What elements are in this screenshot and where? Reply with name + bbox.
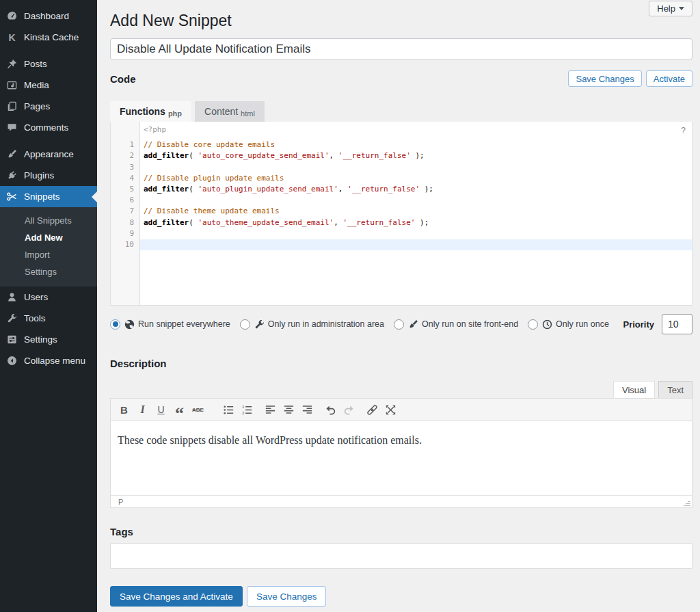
radio-run-everywhere[interactable] — [110, 319, 120, 330]
svg-text:1: 1 — [242, 403, 245, 408]
user-icon — [6, 291, 18, 303]
radio-run-once[interactable] — [528, 319, 538, 330]
radio-admin-area[interactable] — [240, 319, 250, 330]
brush-icon — [407, 319, 419, 330]
sidebar-item-collapse-menu[interactable]: Collapse menu — [0, 350, 97, 371]
sidebar-item-users[interactable]: Users — [0, 287, 97, 308]
admin-sidebar: Dashboard K Kinsta Cache Posts Media Pag… — [0, 0, 97, 612]
sidebar-item-label: Appearance — [24, 149, 74, 159]
snippet-title-input[interactable] — [110, 38, 692, 60]
scope-label: Run snippet everywhere — [138, 319, 230, 329]
caret-down-icon — [679, 7, 684, 10]
tab-sublabel: html — [241, 109, 255, 118]
brush-icon — [6, 148, 18, 160]
tab-sublabel: php — [168, 109, 182, 118]
sidebar-item-label: Collapse menu — [24, 356, 85, 366]
sidebar-item-comments[interactable]: Comments — [0, 117, 97, 138]
link-button[interactable] — [363, 401, 381, 418]
pages-icon — [6, 101, 18, 112]
align-center-button[interactable] — [280, 401, 298, 418]
save-changes-button-bottom[interactable]: Save Changes — [247, 586, 327, 607]
bold-button[interactable]: B — [115, 401, 133, 418]
submenu-import[interactable]: Import — [0, 246, 97, 263]
blockquote-button[interactable]: “ — [170, 401, 189, 418]
radio-front-end[interactable] — [394, 319, 404, 330]
comment-icon — [6, 122, 18, 133]
scope-options: Run snippet everywhere Only run in admin… — [110, 314, 692, 334]
code-lines: <?php1// Disable core update emails2add_… — [111, 122, 692, 250]
pushpin-icon — [6, 58, 18, 70]
scope-front-end[interactable]: Only run on site front-end — [394, 319, 518, 330]
clock-icon — [541, 319, 553, 330]
tags-input[interactable] — [110, 543, 692, 569]
submenu-all-snippets[interactable]: All Snippets — [0, 212, 97, 229]
strikethrough-button[interactable]: ABE — [189, 401, 207, 418]
tab-label: Functions — [120, 106, 165, 117]
sidebar-item-settings[interactable]: Settings — [0, 329, 97, 350]
editor-toolbar: B I U “ ABE 12 — [111, 399, 692, 421]
scope-label: Only run once — [556, 319, 609, 329]
bullet-list-button[interactable] — [219, 401, 238, 418]
sidebar-item-kinsta-cache[interactable]: K Kinsta Cache — [0, 27, 97, 48]
sidebar-item-tools[interactable]: Tools — [0, 308, 97, 329]
sidebar-item-label: Media — [24, 80, 49, 90]
code-section-heading: Code — [110, 73, 136, 85]
scope-label: Only run in administration area — [268, 319, 384, 329]
sidebar-item-dashboard[interactable]: Dashboard — [0, 5, 97, 27]
help-button[interactable]: Help — [649, 1, 692, 16]
svg-text:2: 2 — [242, 410, 245, 415]
globe-icon — [124, 319, 135, 330]
sidebar-item-label: Comments — [24, 122, 68, 133]
tab-functions-php[interactable]: Functions php — [110, 101, 191, 122]
save-changes-activate-button[interactable]: Save Changes and Activate — [110, 586, 243, 607]
wrench-icon — [254, 319, 265, 330]
align-left-button[interactable] — [261, 401, 280, 418]
scope-label: Only run on site front-end — [422, 319, 518, 329]
description-text: These code snippets disable all WordPres… — [118, 434, 422, 446]
sidebar-item-plugins[interactable]: Plugins — [0, 165, 97, 186]
scissors-icon — [6, 191, 18, 202]
tab-label: Content — [204, 106, 238, 117]
numbered-list-button[interactable]: 12 — [238, 401, 256, 418]
save-changes-button-top[interactable]: Save Changes — [568, 70, 641, 87]
sidebar-item-label: Tools — [24, 313, 46, 323]
priority-label: Priority — [623, 319, 654, 330]
redo-button[interactable] — [340, 401, 358, 418]
description-content[interactable]: These code snippets disable all WordPres… — [111, 421, 692, 495]
code-editor[interactable]: <?php1// Disable core update emails2add_… — [110, 122, 692, 306]
sidebar-item-appearance[interactable]: Appearance — [0, 144, 97, 165]
editor-help-icon[interactable]: ? — [681, 126, 686, 135]
align-right-button[interactable] — [298, 401, 317, 418]
underline-button[interactable]: U — [152, 401, 170, 418]
sidebar-item-label: Dashboard — [24, 11, 69, 21]
tab-content-html[interactable]: Content html — [195, 101, 265, 122]
undo-button[interactable] — [321, 401, 340, 418]
collapse-icon — [6, 355, 18, 367]
sidebar-item-media[interactable]: Media — [0, 75, 97, 96]
submenu-add-new[interactable]: Add New — [0, 229, 97, 246]
sidebar-item-posts[interactable]: Posts — [0, 53, 97, 75]
sidebar-item-label: Posts — [24, 59, 47, 69]
priority-input[interactable] — [662, 314, 692, 334]
sidebar-item-pages[interactable]: Pages — [0, 96, 97, 117]
submenu-settings[interactable]: Settings — [0, 263, 97, 280]
description-heading: Description — [110, 358, 692, 369]
dashboard-icon — [6, 10, 18, 22]
fullscreen-button[interactable] — [381, 401, 400, 418]
scope-run-everywhere[interactable]: Run snippet everywhere — [110, 319, 230, 330]
activate-button-top[interactable]: Activate — [646, 70, 692, 87]
snippets-submenu: All Snippets Add New Import Settings — [0, 207, 97, 287]
tab-text[interactable]: Text — [658, 381, 692, 398]
tab-visual[interactable]: Visual — [613, 381, 655, 398]
resize-handle[interactable] — [684, 499, 690, 506]
italic-button[interactable]: I — [133, 401, 152, 418]
scope-run-once[interactable]: Only run once — [528, 319, 609, 330]
wrench-icon — [6, 312, 18, 324]
element-path: P — [118, 498, 123, 506]
plug-icon — [6, 170, 18, 181]
sidebar-item-label: Plugins — [24, 170, 54, 181]
page-title: Add New Snippet — [110, 0, 692, 31]
scope-admin-area[interactable]: Only run in administration area — [240, 319, 384, 330]
sidebar-item-snippets[interactable]: Snippets — [0, 186, 97, 207]
sidebar-item-label: Users — [24, 292, 48, 302]
